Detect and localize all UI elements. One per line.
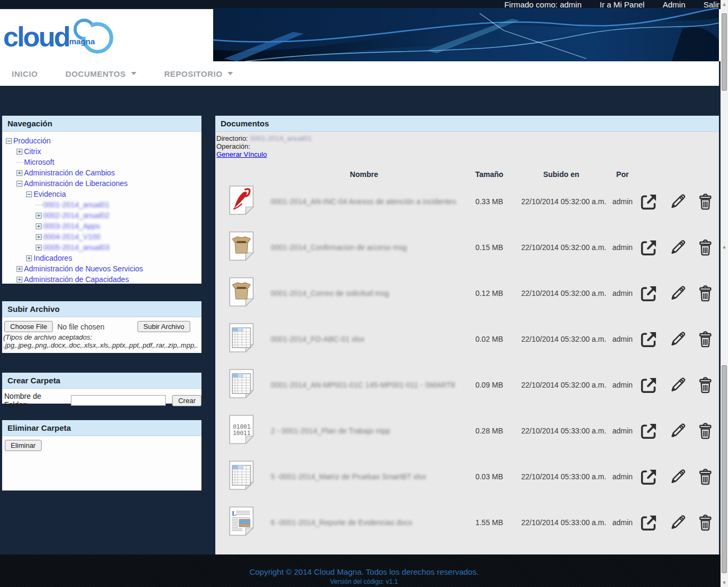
tree-item-label[interactable]: 0002-2014_anual02 <box>43 211 110 220</box>
tree-item-label[interactable]: Evidencia <box>34 190 66 198</box>
scrollbar-thumb-main[interactable] <box>722 365 727 573</box>
documents-panel-title: Documentos <box>215 116 719 132</box>
open-file-button[interactable] <box>640 284 658 303</box>
open-file-button[interactable] <box>640 192 658 211</box>
spreadsheet-file-icon <box>228 369 257 401</box>
tree-item-label[interactable]: Citrix <box>24 147 41 156</box>
scroll-down-arrow-icon[interactable]: ▼ <box>722 580 727 585</box>
delete-folder-button[interactable]: Eliminar <box>5 440 42 451</box>
tree-item-label[interactable]: 0005-2014_anual03 <box>43 243 110 252</box>
collapse-icon[interactable]: − <box>26 191 32 197</box>
version-text: Versión del código: v1.1 <box>0 576 728 585</box>
expand-icon[interactable]: + <box>26 255 32 261</box>
tree-item-label[interactable]: Indicadores <box>34 254 72 262</box>
create-folder-button[interactable]: Crear <box>172 395 201 406</box>
nav-item-repositorio[interactable]: REPOSITORIO <box>164 69 233 78</box>
scroll-up-arrow-icon[interactable]: ▲ <box>722 2 727 7</box>
collapse-icon[interactable]: − <box>17 181 22 187</box>
edit-file-button[interactable] <box>669 193 686 211</box>
collapse-icon[interactable]: − <box>6 138 12 144</box>
nav-item-inicio[interactable]: INICIO <box>12 69 38 78</box>
edit-file-button[interactable] <box>669 376 686 394</box>
scrollbar[interactable]: ▲ ▲ ▼ <box>721 0 728 587</box>
file-size: 0.33 MB <box>457 197 521 206</box>
nav-item-documentos[interactable]: DOCUMENTOS <box>66 69 136 78</box>
open-file-button[interactable] <box>640 330 658 349</box>
file-uploaded-at: 22/10/2014 05:32:00 a.m. <box>521 335 601 343</box>
delete-file-button[interactable] <box>697 331 714 348</box>
open-file-button[interactable] <box>640 468 658 486</box>
tree-item: Microsoft <box>2 157 201 167</box>
file-name[interactable]: 5 -0001-2014_Matriz de Pruebas SmartBT x… <box>271 472 457 481</box>
tree-item-label[interactable]: 0004-2014_V100 <box>43 232 100 241</box>
tree-item-label[interactable]: Administración de Liberaciones <box>24 179 128 188</box>
scroll-up-arrow-icon[interactable]: ▲ <box>722 244 727 250</box>
edit-file-button[interactable] <box>669 331 686 348</box>
delete-file-button[interactable] <box>697 376 714 394</box>
tree-connector <box>17 162 24 163</box>
delete-file-button[interactable] <box>697 285 714 302</box>
navigation-panel: Navegación −Producción+CitrixMicrosoft+A… <box>2 116 201 284</box>
file-name[interactable]: 0001-2014_AN-INC-04 Anexos de atención a… <box>271 197 457 206</box>
tree-item-label[interactable]: Producción <box>13 136 51 145</box>
file-name[interactable]: 6 -0001-2014_Reporte de Evidencias docx <box>271 518 457 527</box>
file-name[interactable]: 2 - 0001-2014_Plan de Trabajo mpp <box>271 427 457 435</box>
chevron-down-icon <box>228 72 233 75</box>
expand-icon[interactable]: + <box>36 223 42 229</box>
col-tamano: Tamaño <box>457 170 521 179</box>
expand-icon[interactable]: + <box>36 245 42 251</box>
col-por: Por <box>606 170 638 179</box>
delete-file-button[interactable] <box>697 468 714 486</box>
expand-icon[interactable]: + <box>17 266 22 272</box>
scrollbar-thumb-inner[interactable] <box>722 13 727 91</box>
file-name[interactable]: 0001-2014_AN-MP001-01C 145-MP001-011 - S… <box>271 381 457 389</box>
file-uploaded-by: admin <box>606 243 638 252</box>
file-name[interactable]: 0001-2014_Confirmacion de acceso msg <box>271 243 457 252</box>
edit-file-button[interactable] <box>669 422 686 440</box>
choose-file-button[interactable]: Choose File <box>4 321 53 332</box>
tree-item: +Administración de Capacidades <box>2 274 201 285</box>
delete-file-button[interactable] <box>697 514 714 532</box>
open-file-button[interactable] <box>640 238 658 257</box>
open-file-button[interactable] <box>640 513 658 532</box>
tree-item-label[interactable]: Administración de Nuevos Servicios <box>24 264 143 273</box>
file-name[interactable]: 0001-2014_Correo de solicitud msg <box>271 289 457 297</box>
cloud-logo-icon: magna <box>68 18 122 56</box>
tree-item-label[interactable]: Microsoft <box>24 158 54 166</box>
delete-file-button[interactable] <box>697 193 714 211</box>
delete-file-button[interactable] <box>697 422 714 440</box>
file-uploaded-by: admin <box>606 381 638 389</box>
tree-item-label[interactable]: 0001-2014_anual01 <box>43 200 110 209</box>
expand-icon[interactable]: + <box>36 234 42 240</box>
expand-icon[interactable]: + <box>17 149 22 155</box>
folder-name-input[interactable] <box>71 395 166 406</box>
documents-table-header: Nombre Tamaño Subido en Por <box>215 170 719 179</box>
edit-file-button[interactable] <box>669 239 686 256</box>
generate-link[interactable]: Generar Vínculo <box>216 150 267 158</box>
file-size: 0.02 MB <box>457 335 521 343</box>
file-name[interactable]: 0001-2014_FO-ABC-01 xlsx <box>271 335 457 343</box>
tree-item-label[interactable]: Administración de Cambios <box>24 168 115 177</box>
open-file-button[interactable] <box>640 376 658 395</box>
delete-file-button[interactable] <box>697 239 714 256</box>
table-row: 5 -0001-2014_Matriz de Pruebas SmartBT x… <box>215 454 719 500</box>
banner-wave-image <box>213 8 719 61</box>
expand-icon[interactable]: + <box>17 277 22 283</box>
file-uploaded-at: 22/10/2014 05:33:00 a.m. <box>521 427 601 435</box>
edit-file-button[interactable] <box>669 514 686 532</box>
tree-item-label[interactable]: 0003-2014_Apps <box>43 222 100 230</box>
expand-icon[interactable]: + <box>17 170 22 176</box>
table-row: 0001-2014_Confirmacion de acceso msg 0.1… <box>215 224 719 270</box>
tree-item: +Citrix <box>2 146 201 157</box>
file-size: 1.55 MB <box>457 518 521 527</box>
file-uploaded-at: 22/10/2014 05:32:00 a.m. <box>521 381 601 389</box>
box-file-icon <box>228 277 257 309</box>
tree-item: −Producción <box>2 135 201 146</box>
edit-file-button[interactable] <box>669 285 686 302</box>
open-file-button[interactable] <box>640 422 658 440</box>
expand-icon[interactable]: + <box>36 213 42 219</box>
tree-item-label[interactable]: Administración de Capacidades <box>24 275 129 284</box>
edit-file-button[interactable] <box>669 468 686 486</box>
upload-file-button[interactable]: Subir Archivo <box>137 321 190 332</box>
file-uploaded-by: admin <box>606 472 638 481</box>
